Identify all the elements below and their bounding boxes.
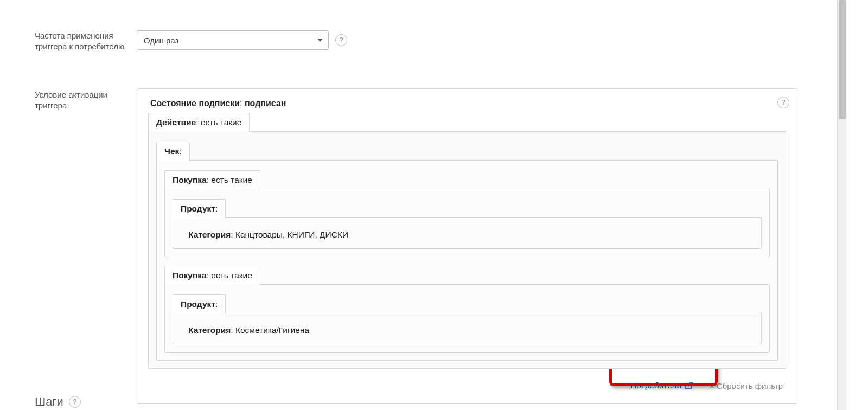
- product-tab-header-2[interactable]: Продукт:: [173, 294, 226, 313]
- frequency-select[interactable]: Один раз: [137, 30, 329, 50]
- purchase-tab-header-1[interactable]: Покупка: есть такие: [164, 170, 260, 189]
- reset-filter-link[interactable]: × Сбросить фильтр: [710, 381, 783, 390]
- activation-panel: ? Состояние подписки: подписан Действие:…: [137, 88, 797, 404]
- steps-heading: Шаги: [35, 395, 63, 409]
- help-icon[interactable]: ?: [335, 34, 347, 46]
- close-icon: ×: [710, 381, 714, 390]
- frequency-select-value: Один раз: [144, 36, 178, 45]
- frequency-label: Частота применения триггера к потребител…: [35, 30, 137, 53]
- check-tab-header[interactable]: Чек:: [156, 142, 190, 161]
- activation-label: Условие активации триггера: [35, 88, 137, 112]
- frequency-row: Частота применения триггера к потребител…: [35, 30, 797, 53]
- action-block: Действие: есть такие Чек: Покупка: есть: [148, 113, 786, 369]
- category-line-1: Категория: Канцтовары, КНИГИ, ДИСКИ: [181, 226, 754, 241]
- external-link-icon: [685, 381, 693, 390]
- consumers-link[interactable]: Потребители: [630, 381, 693, 390]
- steps-section: Шаги ?: [35, 395, 81, 409]
- product-tab-header-1[interactable]: Продукт:: [173, 199, 226, 218]
- activation-row: Условие активации триггера ? Состояние п…: [35, 88, 797, 404]
- action-tab-header[interactable]: Действие: есть такие: [148, 113, 250, 132]
- purchase-block-2: Покупка: есть такие Продукт:: [164, 266, 770, 353]
- subscription-state-line: Состояние подписки: подписан: [150, 99, 786, 108]
- condition-footer: Потребители × Сбросить фильтр: [148, 369, 786, 399]
- product-block-1: Продукт: Категория: Канцтовары, КНИГИ, Д…: [173, 199, 762, 249]
- vertical-scrollbar[interactable]: [837, 0, 847, 410]
- check-block: Чек: Покупка: есть такие: [156, 142, 778, 361]
- purchase-tab-header-2[interactable]: Покупка: есть такие: [164, 266, 260, 285]
- help-icon[interactable]: ?: [69, 396, 81, 408]
- page-root: Активен на протяжении всей кампании Част…: [0, 0, 846, 410]
- category-line-2: Категория: Косметика/Гигиена: [181, 321, 754, 336]
- help-icon[interactable]: ?: [777, 97, 789, 108]
- chevron-down-icon: [317, 39, 323, 42]
- scrollbar-thumb[interactable]: [839, 0, 846, 119]
- product-block-2: Продукт: Категория: Косметика/Гигиена: [173, 294, 762, 344]
- purchase-block-1: Покупка: есть такие Продукт:: [164, 170, 770, 257]
